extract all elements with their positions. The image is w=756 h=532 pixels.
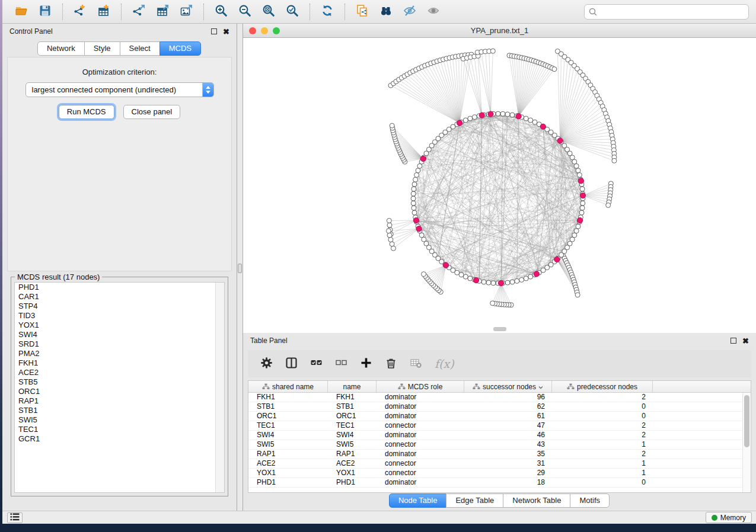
export-network-button[interactable] (127, 2, 151, 21)
unselect-all-button[interactable] (335, 357, 347, 371)
table-cell[interactable]: FKH1 (328, 393, 377, 402)
table-cell[interactable]: 1 (552, 440, 653, 449)
table-scrollbar-thumb[interactable] (744, 395, 749, 447)
close-panel-button[interactable]: Close panel (123, 105, 181, 119)
import-table-button[interactable] (92, 2, 116, 21)
table-cell[interactable]: ORC1 (248, 412, 328, 421)
list-item[interactable]: RAP1 (15, 396, 224, 406)
table-cell[interactable]: 61 (464, 412, 552, 421)
column-header-predecessor-nodes[interactable]: predecessor nodes (552, 381, 653, 392)
tab-node-table[interactable]: Node Table (389, 493, 447, 508)
list-item[interactable]: PHD1 (15, 283, 224, 292)
list-item[interactable]: SRD1 (15, 339, 224, 349)
hide-details-button[interactable] (398, 2, 422, 21)
table-cell[interactable]: 1 (552, 469, 653, 477)
column-header-shared-name[interactable]: shared name (248, 381, 328, 392)
list-item[interactable]: STB1 (15, 406, 224, 415)
tab-network[interactable]: Network (37, 41, 85, 56)
zoom-fit-button[interactable] (257, 2, 280, 21)
tab-style[interactable]: Style (84, 41, 120, 56)
add-row-button[interactable] (360, 357, 372, 371)
table-cell[interactable]: 29 (464, 469, 552, 477)
column-header-mcds-role[interactable]: MCDS role (377, 381, 464, 392)
binoculars-button[interactable] (374, 2, 398, 21)
table-cell[interactable]: dominator (377, 412, 464, 421)
export-image-button[interactable] (174, 2, 198, 21)
show-details-button[interactable] (422, 2, 445, 21)
table-cell[interactable]: 2 (552, 431, 653, 440)
list-item[interactable]: ORC1 (15, 387, 224, 396)
run-mcds-button[interactable]: Run MCDS (59, 105, 114, 119)
list-item[interactable]: STP4 (15, 302, 224, 311)
table-cell[interactable]: connector (377, 421, 464, 430)
zoom-in-button[interactable] (209, 2, 233, 21)
table-cell[interactable]: STB1 (248, 402, 328, 411)
zoom-out-button[interactable] (233, 2, 257, 21)
table-cell[interactable]: connector (377, 469, 464, 477)
memory-button[interactable]: Memory (706, 512, 752, 523)
splitter-handle-icon[interactable] (238, 264, 242, 273)
table-columns-button[interactable] (285, 357, 298, 371)
table-row[interactable]: TEC1TEC1connector472 (248, 421, 751, 431)
table-cell[interactable]: 62 (464, 402, 552, 411)
table-cell[interactable]: dominator (377, 450, 464, 459)
list-item[interactable]: SWI4 (15, 330, 224, 339)
table-cell[interactable]: dominator (377, 393, 464, 402)
table-row[interactable]: SWI5SWI5connector431 (248, 440, 751, 450)
list-item[interactable]: TID3 (15, 311, 224, 321)
network-canvas[interactable] (243, 38, 756, 333)
table-cell[interactable]: SWI4 (248, 431, 328, 440)
table-cell[interactable]: ORC1 (328, 412, 377, 421)
float-panel-icon[interactable] (211, 28, 217, 34)
list-item[interactable]: STB5 (15, 377, 224, 387)
tab-select[interactable]: Select (120, 41, 160, 56)
table-scrollbar[interactable] (742, 393, 751, 492)
delete-table-button[interactable] (410, 357, 422, 371)
close-table-panel-icon[interactable]: ✖ (742, 337, 749, 345)
table-cell[interactable]: 0 (552, 402, 653, 411)
status-menu-button[interactable] (7, 512, 23, 523)
table-cell[interactable]: 2 (552, 393, 653, 402)
table-cell[interactable]: SWI5 (248, 440, 328, 449)
delete-row-button[interactable] (385, 357, 397, 371)
table-cell[interactable]: TEC1 (328, 421, 377, 430)
tab-network-table[interactable]: Network Table (503, 493, 570, 508)
table-cell[interactable]: SWI4 (328, 431, 377, 440)
table-cell[interactable]: dominator (377, 431, 464, 440)
import-network-button[interactable] (68, 2, 92, 21)
list-item[interactable]: TEC1 (15, 425, 224, 434)
select-all-button[interactable] (310, 357, 323, 371)
table-cell[interactable]: 1 (552, 459, 653, 468)
close-panel-icon[interactable]: ✖ (223, 28, 229, 36)
table-cell[interactable]: SWI5 (328, 440, 377, 449)
table-cell[interactable]: PHD1 (328, 478, 377, 487)
zoom-selected-button[interactable] (280, 2, 304, 21)
export-table-button[interactable] (151, 2, 174, 21)
list-item[interactable]: ACE2 (15, 368, 224, 377)
clone-network-button[interactable] (350, 2, 374, 21)
table-cell[interactable]: ACE2 (248, 459, 328, 468)
table-cell[interactable]: PHD1 (248, 478, 328, 487)
search-input[interactable] (584, 4, 749, 20)
table-cell[interactable]: 96 (464, 393, 552, 402)
open-file-button[interactable] (9, 2, 33, 21)
table-cell[interactable]: 2 (552, 421, 653, 430)
table-cell[interactable]: connector (377, 440, 464, 449)
list-scrollbar[interactable] (215, 283, 224, 492)
table-cell[interactable]: connector (377, 459, 464, 468)
list-item[interactable]: SWI5 (15, 415, 224, 425)
table-cell[interactable]: FKH1 (248, 393, 328, 402)
mcds-result-list[interactable]: PHD1CAR1STP4TID3YOX1SWI4SRD1PMA2FKH1ACE2… (14, 282, 225, 493)
table-cell[interactable]: 46 (464, 431, 552, 440)
list-item[interactable]: GCR1 (15, 434, 224, 444)
table-row[interactable]: YOX1YOX1connector291 (248, 469, 751, 478)
table-row[interactable]: FKH1FKH1dominator962 (248, 393, 751, 402)
gear-button[interactable] (260, 357, 273, 371)
tab-mcds[interactable]: MCDS (160, 41, 201, 56)
table-cell[interactable]: 35 (464, 450, 552, 459)
column-header-successor-nodes[interactable]: successor nodes (464, 381, 552, 392)
table-cell[interactable]: STB1 (328, 402, 377, 411)
table-row[interactable]: STB1STB1dominator620 (248, 402, 751, 412)
list-item[interactable]: FKH1 (15, 358, 224, 368)
table-cell[interactable]: RAP1 (328, 450, 377, 459)
